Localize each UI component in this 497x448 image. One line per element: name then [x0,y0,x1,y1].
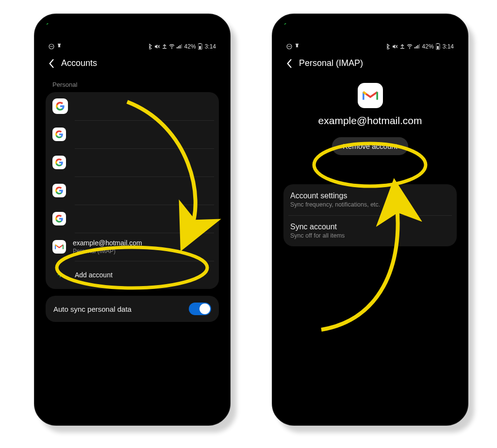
account-options-card: Account settings Sync frequency, notific… [283,184,457,246]
music-icon [56,44,61,49]
back-icon[interactable] [286,59,292,68]
account-row-google-1[interactable] [46,92,219,120]
upload-icon [400,44,405,49]
google-icon [52,98,68,114]
account-row-google-2[interactable] [46,120,219,148]
status-bar: 42% 3:14 [283,40,457,53]
back-icon[interactable] [49,59,54,68]
account-row-google-4[interactable] [46,176,219,205]
phone-left: 42% 3:14 Accounts Personal [34,14,231,426]
signal-icon [177,44,182,49]
page-title: Personal (IMAP) [299,58,363,68]
dnd-icon [49,44,54,49]
section-label: Personal [46,78,219,92]
battery-icon [436,43,441,50]
gmail-icon [358,83,383,108]
accounts-card: example@hotmail.com Personal (IMAP) + Ad… [46,92,219,289]
mute-icon [154,44,160,49]
status-bar: 42% 3:14 [46,40,219,53]
dnd-icon [286,44,292,49]
google-icon [52,184,66,197]
google-icon [52,156,66,169]
add-account-label: Add account [75,271,113,279]
battery-text: 42% [422,43,434,50]
bluetooth-icon [148,44,152,49]
remove-account-button[interactable]: Remove account [332,137,408,155]
sync-account-title: Sync account [290,223,345,231]
google-icon [52,128,66,141]
signal-icon [414,44,420,49]
account-settings-sub: Sync frequency, notifications, etc. [290,201,380,208]
battery-icon [198,43,203,50]
account-settings-row[interactable]: Account settings Sync frequency, notific… [283,184,457,215]
mute-icon [392,44,398,49]
screen-account-detail: 42% 3:14 Personal (IMAP) example@hotmail… [279,40,462,419]
account-email: example@hotmail.com [283,115,457,127]
bluetooth-icon [385,44,390,49]
add-account-row[interactable]: + Add account [46,261,219,289]
wifi-icon [407,44,413,49]
music-icon [294,44,299,49]
account-row-google-5[interactable] [46,205,219,233]
battery-text: 42% [184,43,196,50]
header: Personal (IMAP) [283,53,457,78]
google-icon [52,212,66,225]
auto-sync-toggle[interactable] [189,303,211,315]
account-settings-title: Account settings [290,192,380,200]
sync-account-row[interactable]: Sync account Sync off for all items [283,215,457,246]
account-type: Personal (IMAP) [73,248,142,255]
sync-account-sub: Sync off for all items [290,232,345,239]
wifi-icon [169,44,175,49]
phone-right: 42% 3:14 Personal (IMAP) example@hotmail… [272,14,468,426]
account-row-google-3[interactable] [46,148,219,176]
auto-sync-row[interactable]: Auto sync personal data [46,296,219,322]
account-summary: example@hotmail.com Remove account [283,78,457,167]
clock-text: 3:14 [443,43,454,50]
page-title: Accounts [61,58,97,68]
auto-sync-label: Auto sync personal data [53,305,132,313]
clock-text: 3:14 [205,43,216,50]
plus-icon: + [52,269,68,281]
gmail-icon [52,240,66,254]
screen-accounts: 42% 3:14 Accounts Personal [41,40,224,419]
account-row-imap[interactable]: example@hotmail.com Personal (IMAP) [46,233,219,261]
upload-icon [162,44,167,49]
header: Accounts [46,53,219,78]
account-email: example@hotmail.com [73,239,142,247]
